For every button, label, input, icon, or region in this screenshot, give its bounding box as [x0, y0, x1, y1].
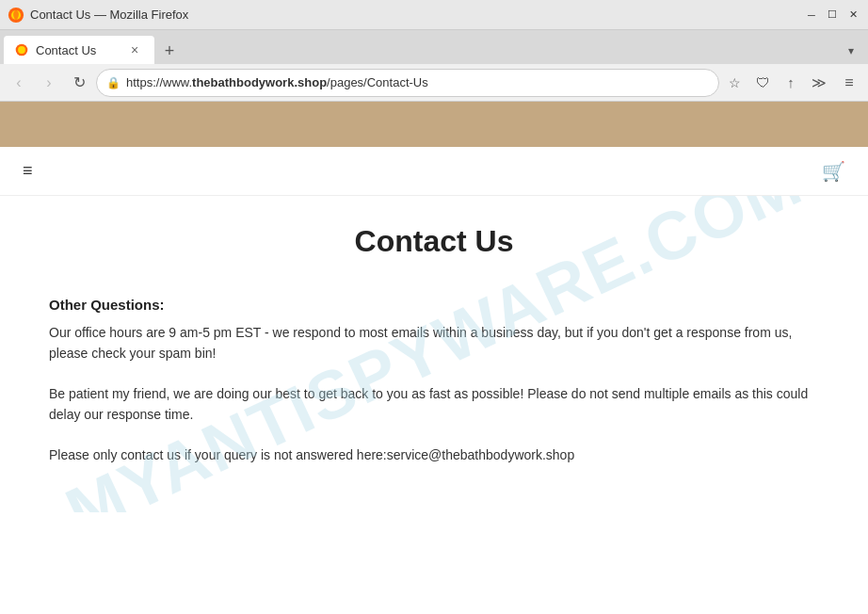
titlebar: Contact Us — Mozilla Firefox ─ ☐ ✕: [0, 0, 868, 30]
new-tab-button[interactable]: +: [156, 38, 183, 64]
reload-button[interactable]: ↻: [66, 70, 92, 96]
url-suffix: /pages/Contact-Us: [327, 75, 428, 89]
bookmark-button[interactable]: ☆: [723, 72, 746, 94]
site-nav: ≡ 🛒: [0, 147, 868, 196]
security-lock-icon: 🔒: [106, 76, 121, 89]
close-button[interactable]: ✕: [845, 8, 860, 23]
site-header-banner: [0, 102, 868, 147]
paragraph-3: Please only contact us if your query is …: [49, 444, 819, 465]
url-bar[interactable]: 🔒 https://www.thebathbodywork.shop/pages…: [96, 69, 719, 97]
tab-bar: Contact Us × + ▾: [0, 30, 868, 64]
page-title: Contact Us: [49, 224, 819, 259]
tab-close-button[interactable]: ×: [126, 41, 143, 58]
forward-button[interactable]: ›: [36, 70, 62, 96]
hamburger-nav-icon[interactable]: ≡: [23, 161, 33, 181]
back-button[interactable]: ‹: [6, 70, 32, 96]
toolbar-icons: 🛡 ↑ ≫: [749, 70, 832, 96]
paragraph-2: Be patient my friend, we are doing our b…: [49, 383, 819, 426]
svg-point-3: [18, 46, 25, 54]
active-tab[interactable]: Contact Us ×: [4, 36, 154, 64]
minimize-button[interactable]: ─: [804, 8, 819, 23]
firefox-icon: [8, 7, 24, 24]
url-display: https://www.thebathbodywork.shop/pages/C…: [126, 75, 428, 89]
cart-button[interactable]: 🛒: [822, 160, 845, 183]
window-title: Contact Us — Mozilla Firefox: [30, 8, 188, 22]
paragraph-1: Our office hours are 9 am-5 pm EST - we …: [49, 322, 819, 364]
maximize-button[interactable]: ☐: [825, 8, 840, 23]
contact-email-link[interactable]: service@thebathbodywork.shop: [387, 447, 574, 462]
other-questions-heading: Other Questions:: [49, 297, 819, 313]
url-prefix: https://www.: [126, 75, 192, 89]
tab-favicon: [15, 43, 28, 57]
url-domain: thebathbodywork.shop: [192, 75, 327, 89]
tab-label: Contact Us: [36, 43, 119, 57]
window-controls: ─ ☐ ✕: [804, 8, 860, 23]
tab-dropdown-button[interactable]: ▾: [838, 38, 864, 64]
share-button[interactable]: ↑: [778, 70, 804, 96]
address-bar: ‹ › ↻ 🔒 https://www.thebathbodywork.shop…: [0, 64, 868, 102]
site-content: MYANTISPYWARE.COM Contact Us Other Quest…: [0, 196, 868, 512]
extensions-button[interactable]: ≫: [806, 70, 832, 96]
paragraph-3-prefix: Please only contact us if your query is …: [49, 447, 387, 462]
hamburger-menu-button[interactable]: ≡: [836, 70, 862, 96]
shield-button[interactable]: 🛡: [749, 70, 776, 96]
